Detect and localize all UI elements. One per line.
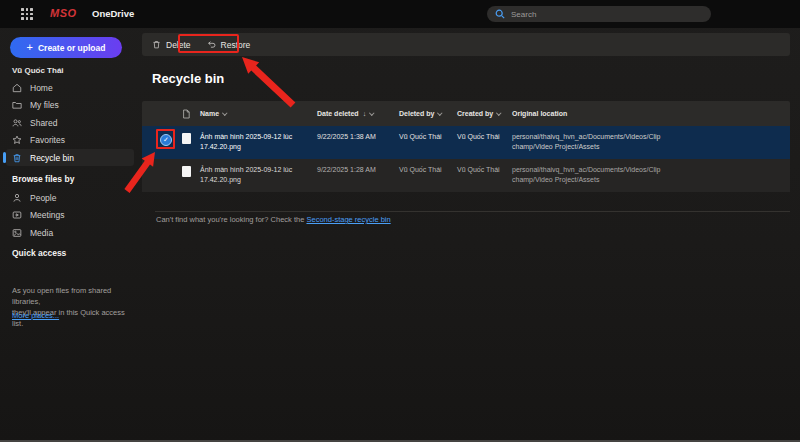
- onedrive-window: MSO OneDrive + Create or upload Vũ Quốc …: [0, 0, 800, 442]
- browse-files-by-header: Browse files by: [12, 174, 74, 184]
- delete-trash-icon: [152, 40, 161, 49]
- annotation-arrow-restore: [242, 57, 295, 108]
- second-stage-recycle-bin-link[interactable]: Second-stage recycle bin: [306, 215, 390, 224]
- star-icon: [12, 135, 22, 145]
- chevron-down-icon: [222, 110, 227, 115]
- annotation-box-checkbox: [156, 129, 175, 149]
- date-deleted-cell: 9/22/2025 1:28 AM: [317, 166, 376, 173]
- sidebar-item-home[interactable]: Home: [6, 79, 134, 96]
- create-or-upload-button[interactable]: + Create or upload: [10, 37, 122, 58]
- user-name: Vũ Quốc Thái: [12, 66, 64, 75]
- deleted-by-cell: Vũ Quốc Thái: [399, 133, 442, 140]
- original-location-cell: personal/thaivq_hvn_ac/Documents/Videos/…: [512, 132, 661, 152]
- chevron-down-icon: [438, 110, 443, 115]
- file-name[interactable]: Ảnh màn hình 2025-09-12 lúc 17.42.20.png: [200, 132, 292, 152]
- home-icon: [12, 83, 22, 93]
- app-top-bar: MSO OneDrive: [0, 0, 800, 28]
- sidebar: + Create or upload Vũ Quốc Thái Home My …: [0, 28, 140, 442]
- annotation-box-restore: [178, 34, 239, 53]
- file-icon: [182, 109, 190, 119]
- file-thumbnail: [182, 133, 191, 144]
- column-header-name[interactable]: Name: [200, 101, 227, 126]
- sidebar-item-media[interactable]: Media: [6, 224, 134, 241]
- search-box[interactable]: [487, 6, 711, 22]
- column-header-date-deleted[interactable]: Date deleted ↓: [317, 101, 374, 126]
- meetings-icon: [12, 210, 22, 220]
- plus-icon: +: [27, 42, 33, 53]
- column-header-original-location[interactable]: Original location: [512, 101, 567, 126]
- app-launcher-waffle-icon[interactable]: [20, 7, 34, 21]
- sidebar-item-shared[interactable]: Shared: [6, 114, 134, 131]
- created-by-cell: Vũ Quốc Thái: [457, 133, 500, 140]
- sort-desc-icon: ↓: [363, 101, 367, 126]
- quick-access-description: As you open files from shared libraries,…: [12, 285, 130, 329]
- chevron-down-icon: [369, 110, 374, 115]
- divider: [155, 211, 790, 212]
- more-places-link[interactable]: More places...: [12, 311, 59, 320]
- created-by-cell: Vũ Quốc Thái: [457, 166, 500, 173]
- file-name[interactable]: Ảnh màn hình 2025-09-12 lúc 17.42.20.png: [200, 165, 292, 185]
- search-icon: [495, 9, 505, 19]
- file-thumbnail: [182, 166, 191, 177]
- second-stage-hint: Can't find what you're looking for? Chec…: [156, 215, 391, 224]
- sidebar-item-favorites[interactable]: Favorites: [6, 132, 134, 149]
- person-icon: [12, 193, 22, 203]
- sidebar-item-recycle-bin[interactable]: Recycle bin: [6, 149, 134, 166]
- table-row[interactable]: Ảnh màn hình 2025-09-12 lúc 17.42.20.png…: [142, 159, 790, 192]
- file-type-column-header[interactable]: [182, 101, 190, 126]
- column-header-created-by[interactable]: Created by: [457, 101, 501, 126]
- page-title: Recycle bin: [152, 71, 224, 86]
- recycle-bin-icon: [12, 153, 22, 163]
- search-input[interactable]: [511, 10, 703, 19]
- media-icon: [12, 228, 22, 238]
- sidebar-item-people[interactable]: People: [6, 189, 134, 206]
- sidebar-item-meetings[interactable]: Meetings: [6, 207, 134, 224]
- people-icon: [12, 118, 22, 128]
- folder-icon: [12, 100, 22, 110]
- sidebar-item-my-files[interactable]: My files: [6, 97, 134, 114]
- column-header-deleted-by[interactable]: Deleted by: [399, 101, 442, 126]
- deleted-by-cell: Vũ Quốc Thái: [399, 166, 442, 173]
- m365-logo[interactable]: MSO: [50, 7, 77, 19]
- quick-access-header: Quick access: [12, 248, 66, 258]
- command-bar: Delete Restore: [142, 33, 790, 56]
- table-row[interactable]: ✓ Ảnh màn hình 2025-09-12 lúc 17.42.20.p…: [142, 126, 790, 159]
- app-title[interactable]: OneDrive: [92, 8, 134, 19]
- original-location-cell: personal/thaivq_hvn_ac/Documents/Videos/…: [512, 165, 661, 185]
- date-deleted-cell: 9/22/2025 1:38 AM: [317, 133, 376, 140]
- chevron-down-icon: [496, 110, 501, 115]
- table-header: Name Date deleted ↓ Deleted by Created b…: [142, 101, 790, 126]
